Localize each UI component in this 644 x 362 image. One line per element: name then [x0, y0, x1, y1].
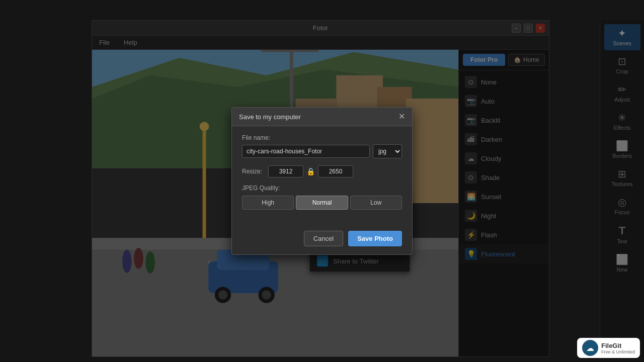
quality-buttons: High Normal Low — [242, 196, 402, 210]
filename-input[interactable] — [242, 145, 370, 158]
filegit-logo-icon: ☁ — [586, 343, 594, 353]
resize-row: Resize: 🔒 — [242, 165, 402, 177]
resize-label: Resize: — [242, 168, 262, 175]
filegit-sub: Free & Unlimited — [601, 349, 635, 354]
quality-low-button[interactable]: Low — [350, 196, 402, 210]
save-dialog: Save to my computer ✕ File name: jpg png… — [231, 107, 413, 255]
lock-icon: 🔒 — [306, 167, 315, 175]
modal-header: Save to my computer ✕ — [232, 108, 412, 126]
quality-high-button[interactable]: High — [242, 196, 294, 210]
cancel-button[interactable]: Cancel — [304, 231, 343, 246]
quality-label: JPEG Quality: — [242, 185, 402, 192]
height-input[interactable] — [318, 165, 353, 177]
modal-title: Save to my computer — [239, 113, 301, 121]
modal-close-button[interactable]: ✕ — [398, 113, 405, 121]
resize-group: Resize: 🔒 — [242, 165, 402, 177]
quality-normal-button[interactable]: Normal — [296, 196, 348, 210]
filename-label: File name: — [242, 134, 402, 141]
filename-row: jpg png bmp tiff — [242, 144, 402, 158]
modal-overlay: Save to my computer ✕ File name: jpg png… — [0, 0, 644, 362]
filename-group: File name: jpg png bmp tiff — [242, 134, 402, 158]
format-select[interactable]: jpg png bmp tiff — [373, 144, 402, 158]
modal-body: File name: jpg png bmp tiff Resize: 🔒 — [232, 126, 412, 226]
save-photo-button[interactable]: Save Photo — [348, 231, 402, 246]
filegit-badge: ☁ FileGit Free & Unlimited — [577, 338, 640, 358]
modal-footer: Cancel Save Photo — [232, 226, 412, 254]
quality-section: JPEG Quality: High Normal Low — [242, 185, 402, 210]
width-input[interactable] — [268, 165, 303, 177]
filegit-logo: ☁ — [582, 340, 598, 356]
filegit-text: FileGit Free & Unlimited — [601, 342, 635, 354]
filegit-name: FileGit — [601, 342, 635, 349]
